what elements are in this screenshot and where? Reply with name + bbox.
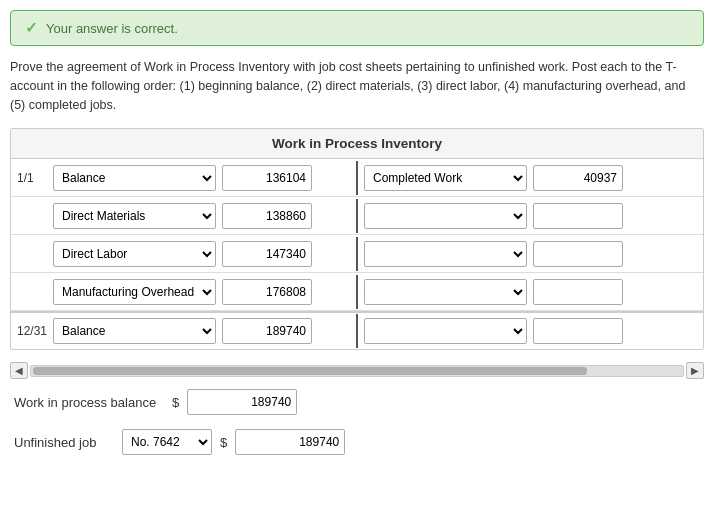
left-select-4[interactable]: Manufacturing Overhead Balance Direct Ma… bbox=[53, 279, 216, 305]
balance-label: Work in process balance bbox=[14, 395, 164, 410]
left-select-1[interactable]: Balance Direct Materials Direct Labor Ma… bbox=[53, 165, 216, 191]
right-select-1[interactable]: Completed Work Balance Direct Materials … bbox=[364, 165, 527, 191]
right-select-3[interactable]: Balance Direct Materials Direct Labor Ma… bbox=[364, 241, 527, 267]
right-side-2: Balance Direct Materials Direct Labor Ma… bbox=[358, 199, 703, 233]
success-message: Your answer is correct. bbox=[46, 21, 178, 36]
unfinished-label: Unfinished job bbox=[14, 435, 114, 450]
instructions-text: Prove the agreement of Work in Process I… bbox=[10, 58, 704, 114]
date-1: 1/1 bbox=[17, 171, 47, 185]
right-select-4[interactable]: Balance Direct Materials Direct Labor Ma… bbox=[364, 279, 527, 305]
left-select-3[interactable]: Direct Labor Balance Direct Materials Ma… bbox=[53, 241, 216, 267]
scroll-thumb bbox=[33, 367, 587, 375]
t-account-title: Work in Process Inventory bbox=[11, 129, 703, 159]
scroll-track bbox=[30, 365, 684, 377]
date-5: 12/31 bbox=[17, 324, 47, 338]
right-select-5[interactable]: Balance Direct Materials Direct Labor Ma… bbox=[364, 318, 527, 344]
success-banner: ✓ Your answer is correct. bbox=[10, 10, 704, 46]
unfinished-input[interactable] bbox=[235, 429, 345, 455]
t-row-1: 1/1 Balance Direct Materials Direct Labo… bbox=[11, 159, 703, 197]
right-input-3[interactable] bbox=[533, 241, 623, 267]
t-row-2: Direct Materials Balance Direct Labor Ma… bbox=[11, 197, 703, 235]
scroll-right-arrow[interactable]: ▶ bbox=[686, 362, 704, 379]
right-side-5: Balance Direct Materials Direct Labor Ma… bbox=[358, 314, 703, 348]
balance-input[interactable] bbox=[187, 389, 297, 415]
left-side-3: Direct Labor Balance Direct Materials Ma… bbox=[11, 237, 358, 271]
left-input-1[interactable] bbox=[222, 165, 312, 191]
unfinished-job-select[interactable]: No. 7642 No. 7643 No. 7644 bbox=[122, 429, 212, 455]
left-select-5[interactable]: Balance Direct Materials Direct Labor Ma… bbox=[53, 318, 216, 344]
t-account-container: Work in Process Inventory 1/1 Balance Di… bbox=[10, 128, 704, 350]
left-side-4: Manufacturing Overhead Balance Direct Ma… bbox=[11, 275, 358, 309]
right-input-1[interactable] bbox=[533, 165, 623, 191]
right-side-1: Completed Work Balance Direct Materials … bbox=[358, 161, 703, 195]
left-input-3[interactable] bbox=[222, 241, 312, 267]
right-side-4: Balance Direct Materials Direct Labor Ma… bbox=[358, 275, 703, 309]
left-side-5: 12/31 Balance Direct Materials Direct La… bbox=[11, 314, 358, 348]
left-input-4[interactable] bbox=[222, 279, 312, 305]
balance-dollar: $ bbox=[172, 395, 179, 410]
t-row-5: 12/31 Balance Direct Materials Direct La… bbox=[11, 311, 703, 349]
right-select-2[interactable]: Balance Direct Materials Direct Labor Ma… bbox=[364, 203, 527, 229]
scroll-left-arrow[interactable]: ◀ bbox=[10, 362, 28, 379]
check-icon: ✓ bbox=[25, 19, 38, 37]
right-input-2[interactable] bbox=[533, 203, 623, 229]
unfinished-dollar: $ bbox=[220, 435, 227, 450]
right-side-3: Balance Direct Materials Direct Labor Ma… bbox=[358, 237, 703, 271]
balance-section: Work in process balance $ bbox=[10, 389, 704, 415]
left-select-2[interactable]: Direct Materials Balance Direct Labor Ma… bbox=[53, 203, 216, 229]
t-row-4: Manufacturing Overhead Balance Direct Ma… bbox=[11, 273, 703, 311]
right-input-5[interactable] bbox=[533, 318, 623, 344]
left-input-5[interactable] bbox=[222, 318, 312, 344]
left-side-2: Direct Materials Balance Direct Labor Ma… bbox=[11, 199, 358, 233]
scrollbar-area[interactable]: ◀ ▶ bbox=[10, 362, 704, 379]
right-input-4[interactable] bbox=[533, 279, 623, 305]
t-row-3: Direct Labor Balance Direct Materials Ma… bbox=[11, 235, 703, 273]
unfinished-section: Unfinished job No. 7642 No. 7643 No. 764… bbox=[10, 429, 704, 455]
left-input-2[interactable] bbox=[222, 203, 312, 229]
t-account-body: 1/1 Balance Direct Materials Direct Labo… bbox=[11, 159, 703, 349]
left-side-1: 1/1 Balance Direct Materials Direct Labo… bbox=[11, 161, 358, 195]
